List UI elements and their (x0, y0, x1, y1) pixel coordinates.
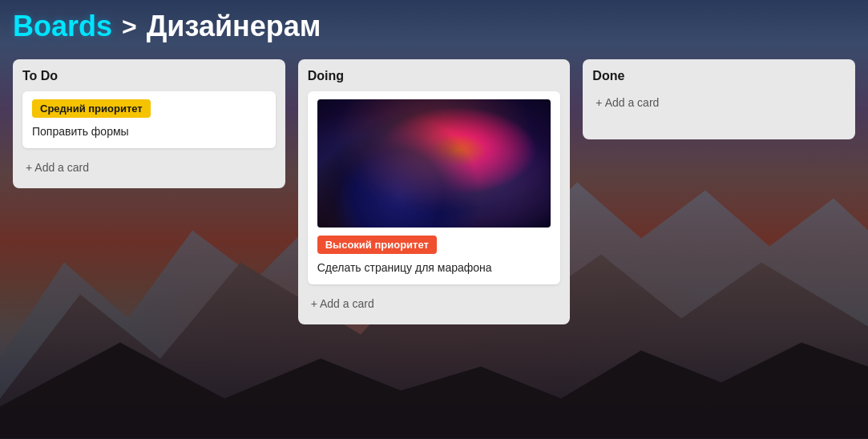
badge-medium-priority: Средний приоритет (32, 99, 151, 118)
main-content: Boards > Дизайнерам To Do Средний приори… (0, 0, 868, 334)
card-todo-1[interactable]: Средний приоритет Поправить формы (22, 91, 276, 148)
card-doing-1-image (317, 99, 551, 228)
column-done-title: Done (592, 69, 846, 83)
add-card-button-done[interactable]: + Add a card (592, 91, 846, 114)
board-title: Дизайнерам (147, 10, 321, 43)
breadcrumb-header: Boards > Дизайнерам (13, 10, 855, 43)
card-todo-1-text: Поправить формы (32, 124, 266, 140)
kanban-board: To Do Средний приоритет Поправить формы … (13, 59, 855, 324)
breadcrumb-chevron: > (122, 12, 137, 42)
column-todo-title: To Do (22, 69, 276, 83)
add-card-button-todo[interactable]: + Add a card (22, 156, 276, 179)
column-doing-title: Doing (308, 69, 561, 83)
badge-high-priority: Высокий приоритет (317, 236, 437, 254)
space-image-decoration (317, 99, 551, 228)
card-doing-1-text: Сделать страницу для марафона (317, 260, 551, 276)
column-doing: Doing Высокий приоритет Сделать страницу… (298, 59, 571, 324)
add-card-button-doing[interactable]: + Add a card (308, 292, 561, 315)
column-todo: To Do Средний приоритет Поправить формы … (13, 59, 285, 188)
card-doing-1[interactable]: Высокий приоритет Сделать страницу для м… (308, 91, 561, 284)
column-done: Done + Add a card (583, 59, 855, 139)
boards-link[interactable]: Boards (13, 10, 112, 43)
